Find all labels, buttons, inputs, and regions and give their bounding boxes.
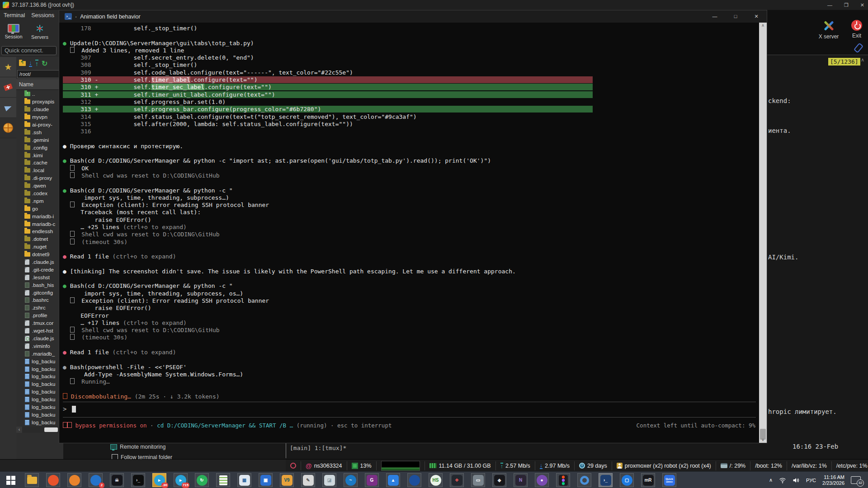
wifi-icon[interactable] <box>779 477 786 483</box>
scrollbar-up-icon[interactable]: ∧ <box>759 23 767 28</box>
file-row[interactable]: .claude <box>16 106 63 113</box>
file-row[interactable]: .dotnet <box>16 235 63 243</box>
file-row[interactable]: .profile <box>16 312 63 319</box>
file-row[interactable]: .claude.js <box>16 335 63 343</box>
file-row[interactable]: .zshrc <box>16 304 63 312</box>
file-row[interactable]: log_backu <box>16 418 63 426</box>
claude-titlebar[interactable]: ›_ · Animation field behavior — □ ✕ <box>59 10 767 23</box>
file-row[interactable]: go <box>16 205 63 212</box>
maximize-button[interactable]: ❐ <box>844 2 849 8</box>
session-button[interactable]: Session <box>2 20 25 43</box>
windows-start-button[interactable] <box>4 473 18 487</box>
heidisql-icon[interactable]: HS <box>429 473 443 487</box>
file-row[interactable]: .npm <box>16 197 63 205</box>
anydesk-icon[interactable]: ▢ <box>620 473 634 487</box>
menu-terminal[interactable]: Terminal <box>4 12 25 19</box>
x-server-button[interactable]: X server <box>812 20 845 40</box>
file-explorer-icon[interactable] <box>25 473 39 487</box>
scrollbar-down-icon[interactable]: ∨ <box>759 437 767 443</box>
file-row[interactable]: .git-crede <box>16 266 63 273</box>
calculator-icon[interactable]: ▦ <box>237 473 251 487</box>
notification-icon[interactable]: 32 <box>851 476 861 484</box>
scrollbar-thumb[interactable] <box>44 427 58 432</box>
file-row[interactable]: .. <box>16 90 63 98</box>
remote-monitoring-control[interactable]: Remote monitoring <box>110 444 165 450</box>
tray-chevron-icon[interactable]: ∧ <box>769 477 773 483</box>
file-row[interactable]: .local <box>16 167 63 174</box>
proxy-app-icon[interactable]: ☠ <box>110 473 124 487</box>
file-row[interactable]: ai-proxy- <box>16 121 63 129</box>
mascot-app-icon[interactable] <box>407 473 421 487</box>
file-row[interactable]: log_backu <box>16 373 63 380</box>
telegram-icon[interactable]: ▸.30 <box>152 473 166 487</box>
folder-up-icon[interactable] <box>19 61 26 66</box>
file-row[interactable]: log_backu <box>16 380 63 388</box>
cmd-terminal-icon[interactable]: ›_ <box>131 473 145 487</box>
tab-sessions-panel[interactable] <box>0 98 16 118</box>
servers-button[interactable]: Servers <box>28 20 52 43</box>
quick-utmo-icon[interactable]: Quick utmo <box>662 473 676 487</box>
file-row[interactable]: .codex <box>16 190 63 197</box>
thunderbird-icon[interactable]: 2 <box>89 473 103 487</box>
tab-sftp-browser[interactable] <box>0 118 16 138</box>
file-row[interactable]: .nuget <box>16 243 63 251</box>
remote-desktop-icon[interactable]: ❖ <box>450 473 464 487</box>
file-row[interactable]: .bashrc <box>16 296 63 304</box>
tab-tools[interactable] <box>0 77 16 98</box>
close-button[interactable]: ✕ <box>860 2 864 8</box>
file-row[interactable]: mariadb-c <box>16 220 63 228</box>
quick-connect-input[interactable]: Quick connect. <box>1 46 57 55</box>
monitoring-app-icon[interactable]: ▭ <box>471 473 485 487</box>
file-row[interactable]: .viminfo <box>16 342 63 350</box>
mremoteng-icon[interactable]: mR <box>641 473 655 487</box>
scroll-left-icon[interactable]: ‹ <box>16 427 22 433</box>
file-row[interactable]: .ssh <box>16 128 63 136</box>
brave-browser-icon[interactable] <box>46 473 60 487</box>
file-row[interactable]: .qwen <box>16 182 63 190</box>
file-row[interactable]: dotnet9 <box>16 251 63 258</box>
minimize-button[interactable]: — <box>827 2 832 8</box>
powershell-icon[interactable]: ›_ <box>599 473 613 487</box>
file-row[interactable]: endlessh <box>16 228 63 235</box>
claude-terminal-output[interactable]: 178 self._stop_timer()● Update(D:\CODING… <box>59 23 759 443</box>
exit-button[interactable]: Exit <box>847 20 867 39</box>
file-row[interactable]: proxyapis <box>16 98 63 106</box>
cube-app-icon[interactable]: ◆ <box>492 473 506 487</box>
refresh-icon[interactable]: ↻ <box>42 59 47 68</box>
file-row[interactable]: mariadb-i <box>16 212 63 220</box>
upload-icon[interactable]: ↑ <box>35 60 38 67</box>
file-row[interactable]: log_backu <box>16 365 63 373</box>
file-row[interactable]: .config <box>16 144 63 151</box>
bird-app-icon[interactable]: ~ <box>344 473 358 487</box>
download-icon[interactable]: ↓ <box>29 60 32 67</box>
file-row[interactable]: log_backu <box>16 396 63 404</box>
file-row[interactable]: log_backu <box>16 388 63 396</box>
firefox-icon[interactable] <box>67 473 81 487</box>
file-row[interactable]: .mariadb_ <box>16 350 63 357</box>
menu-sessions[interactable]: Sessions <box>31 12 54 19</box>
claude-prompt[interactable]: > <box>63 404 76 413</box>
claude-minimize-button[interactable]: — <box>704 10 725 23</box>
file-row[interactable]: .lesshst <box>16 273 63 281</box>
photos-app-icon[interactable]: ▲ <box>386 473 400 487</box>
sync-app-icon[interactable]: ↻ <box>195 473 209 487</box>
file-row[interactable]: .wget-hst <box>16 327 63 335</box>
tools-app-icon[interactable]: ✎ <box>301 473 315 487</box>
n-app-icon[interactable]: N <box>514 473 528 487</box>
tray-clock[interactable]: 11:16 AM 2/23/2026 <box>822 474 844 486</box>
g-app-icon[interactable]: G <box>365 473 379 487</box>
paperclip-icon[interactable] <box>854 42 863 53</box>
file-row[interactable]: .gemini <box>16 136 63 144</box>
notes-mirror-icon[interactable]: ◪ <box>322 473 336 487</box>
github-icon[interactable]: ● <box>535 473 549 487</box>
name-column-header[interactable]: Name <box>16 79 63 90</box>
blue-window-app-icon[interactable]: ▣ <box>259 473 273 487</box>
claude-scrollbar[interactable]: ∧ ∨ <box>759 23 767 443</box>
file-row[interactable]: .kimi <box>16 151 63 159</box>
horizontal-scrollbar[interactable]: ‹ <box>16 427 63 433</box>
file-row[interactable]: log_backu <box>16 357 63 365</box>
v9-app-icon[interactable]: V9 <box>280 473 294 487</box>
file-row[interactable]: log_backu <box>16 411 63 418</box>
file-row[interactable]: .gitconfig <box>16 289 63 296</box>
browser-ring-icon[interactable] <box>577 473 591 487</box>
